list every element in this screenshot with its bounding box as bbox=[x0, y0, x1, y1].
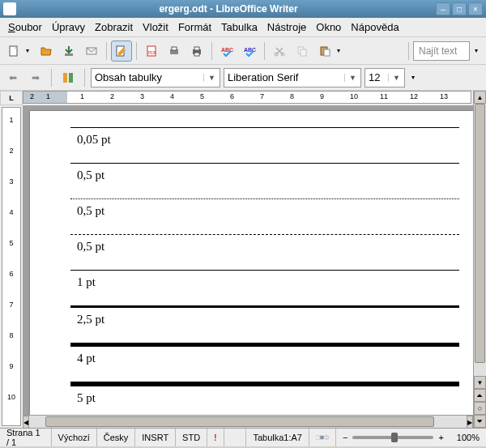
font-value: Liberation Serif bbox=[228, 71, 344, 83]
edit-mode-button[interactable] bbox=[111, 41, 132, 62]
status-view-layout[interactable] bbox=[309, 429, 336, 446]
standard-toolbar: ▾ PDF ABC ABC ▾ Najít text ▾ bbox=[0, 37, 486, 65]
save-button[interactable] bbox=[58, 41, 79, 62]
status-signature bbox=[224, 429, 247, 446]
menu-tools[interactable]: Nástroje bbox=[262, 19, 311, 35]
status-style[interactable]: Výchozí bbox=[52, 429, 97, 446]
chevron-down-icon[interactable]: ▼ bbox=[344, 74, 357, 82]
zoom-out-button[interactable]: − bbox=[343, 433, 347, 442]
styles-button[interactable] bbox=[58, 67, 79, 88]
svg-rect-21 bbox=[316, 436, 319, 439]
ruler-corner: L bbox=[0, 91, 23, 105]
table-cell[interactable]: 0,5 pt bbox=[70, 199, 459, 235]
paste-dropdown[interactable]: ▾ bbox=[337, 47, 345, 54]
menu-insert[interactable]: Vložit bbox=[138, 19, 173, 35]
status-selection-mode[interactable]: STD bbox=[176, 429, 207, 446]
nav-back-button[interactable]: ⬅ bbox=[3, 68, 23, 87]
style-value: Obsah tabulky bbox=[95, 71, 203, 83]
chevron-down-icon[interactable]: ▼ bbox=[388, 74, 401, 82]
menubar: Soubor Úpravy Zobrazit Vložit Formát Tab… bbox=[0, 18, 486, 37]
nav-prev-button[interactable]: ⏶ bbox=[474, 389, 486, 402]
menu-file[interactable]: Soubor bbox=[3, 19, 47, 35]
document-view[interactable]: 0,05 pt 0,5 pt 0,5 pt 0,5 pt 1 pt 2,5 pt… bbox=[23, 105, 473, 415]
paragraph-style-combo[interactable]: Obsah tabulky ▼ bbox=[91, 68, 220, 87]
scroll-up-button[interactable]: ▲ bbox=[474, 91, 486, 104]
table-cell[interactable]: 0,05 pt bbox=[70, 128, 459, 164]
zoom-in-button[interactable]: + bbox=[438, 433, 443, 442]
pdf-button[interactable]: PDF bbox=[141, 41, 162, 62]
window-title: ergerg.odt - LibreOffice Writer bbox=[21, 3, 436, 15]
scroll-thumb[interactable] bbox=[475, 104, 485, 363]
find-text-input[interactable]: Najít text bbox=[413, 41, 470, 61]
table-cell[interactable]: 2,5 pt bbox=[70, 307, 459, 345]
table-cell[interactable]: 0,5 pt bbox=[70, 164, 459, 199]
auto-spellcheck-button[interactable]: ABC bbox=[239, 41, 260, 62]
cut-button[interactable] bbox=[269, 41, 290, 62]
size-value: 12 bbox=[369, 71, 388, 83]
print-direct-button[interactable] bbox=[164, 41, 185, 62]
chevron-down-icon[interactable]: ▼ bbox=[203, 74, 216, 82]
minimize-button[interactable]: – bbox=[436, 2, 450, 15]
menu-table[interactable]: Tabulka bbox=[216, 19, 262, 35]
document-table[interactable]: 0,05 pt 0,5 pt 0,5 pt 0,5 pt 1 pt 2,5 pt… bbox=[70, 127, 459, 415]
font-name-combo[interactable]: Liberation Serif ▼ bbox=[224, 68, 361, 87]
svg-rect-22 bbox=[321, 436, 324, 439]
menu-window[interactable]: Okno bbox=[311, 19, 346, 35]
horizontal-scrollbar[interactable]: ◀ ▶ bbox=[23, 415, 473, 428]
svg-rect-9 bbox=[194, 47, 199, 50]
table-cell[interactable]: 1 pt bbox=[70, 271, 459, 307]
format-toolbar: ⬅ ➡ Obsah tabulky ▼ Liberation Serif ▼ 1… bbox=[0, 65, 486, 91]
statusbar: Strana 1 / 1 Výchozí Česky INSRT STD ! T… bbox=[0, 428, 486, 446]
vertical-scrollbar[interactable]: ▲ ▼ ⏶ ○ ⏷ bbox=[473, 91, 486, 428]
svg-rect-23 bbox=[325, 436, 326, 439]
format-toolbar-overflow[interactable]: ▾ bbox=[411, 74, 420, 81]
scroll-down-button[interactable]: ▼ bbox=[474, 376, 486, 389]
close-button[interactable]: × bbox=[468, 2, 483, 15]
new-dropdown[interactable]: ▾ bbox=[26, 47, 34, 54]
table-cell[interactable]: 0,5 pt bbox=[70, 235, 459, 271]
status-page[interactable]: Strana 1 / 1 bbox=[0, 429, 52, 446]
work-area: L 12345678910 2112345678910111213 0,05 p… bbox=[0, 91, 486, 428]
table-cell[interactable]: 4 pt bbox=[70, 345, 459, 385]
svg-text:ABC: ABC bbox=[244, 47, 256, 53]
status-language[interactable]: Česky bbox=[97, 429, 136, 446]
paste-button[interactable] bbox=[314, 41, 335, 62]
toolbar-overflow[interactable]: ▾ bbox=[475, 47, 483, 54]
email-button[interactable] bbox=[81, 41, 102, 62]
maximize-button[interactable]: □ bbox=[452, 2, 467, 15]
svg-rect-18 bbox=[324, 49, 330, 56]
scroll-left-button[interactable]: ◀ bbox=[23, 416, 29, 428]
scroll-right-button[interactable]: ▶ bbox=[467, 416, 473, 428]
menu-help[interactable]: Nápověda bbox=[346, 19, 403, 35]
svg-rect-24 bbox=[327, 436, 329, 439]
scroll-thumb[interactable] bbox=[45, 416, 434, 427]
zoom-controls: − + bbox=[336, 429, 450, 446]
new-button[interactable] bbox=[3, 41, 24, 62]
titlebar: ergerg.odt - LibreOffice Writer – □ × bbox=[0, 0, 486, 18]
vertical-ruler[interactable]: 12345678910 bbox=[2, 107, 21, 426]
svg-rect-10 bbox=[194, 53, 199, 56]
status-zoom[interactable]: 100% bbox=[450, 429, 486, 446]
svg-text:ABC: ABC bbox=[221, 47, 233, 53]
menu-format[interactable]: Formát bbox=[173, 19, 216, 35]
nav-next-button[interactable]: ⏷ bbox=[474, 415, 486, 428]
font-size-combo[interactable]: 12 ▼ bbox=[364, 68, 405, 87]
zoom-slider[interactable] bbox=[352, 436, 433, 439]
copy-button[interactable] bbox=[292, 41, 313, 62]
svg-rect-20 bbox=[69, 73, 73, 83]
menu-edit[interactable]: Úpravy bbox=[47, 19, 90, 35]
status-cell-reference[interactable]: Tabulka1:A7 bbox=[246, 429, 309, 446]
print-button[interactable] bbox=[186, 41, 207, 62]
status-modified-icon: ! bbox=[207, 429, 224, 446]
nav-target-button[interactable]: ○ bbox=[474, 402, 486, 415]
nav-forward-button[interactable]: ➡ bbox=[26, 68, 45, 87]
app-icon bbox=[3, 2, 16, 15]
menu-view[interactable]: Zobrazit bbox=[90, 19, 138, 35]
spellcheck-button[interactable]: ABC bbox=[216, 41, 237, 62]
horizontal-ruler[interactable]: 2112345678910111213 bbox=[23, 91, 471, 104]
status-insert-mode[interactable]: INSRT bbox=[135, 429, 176, 446]
table-cell[interactable]: 5 pt bbox=[70, 384, 459, 415]
svg-rect-1 bbox=[65, 53, 73, 56]
page: 0,05 pt 0,5 pt 0,5 pt 0,5 pt 1 pt 2,5 pt… bbox=[29, 110, 473, 415]
open-button[interactable] bbox=[36, 41, 57, 62]
